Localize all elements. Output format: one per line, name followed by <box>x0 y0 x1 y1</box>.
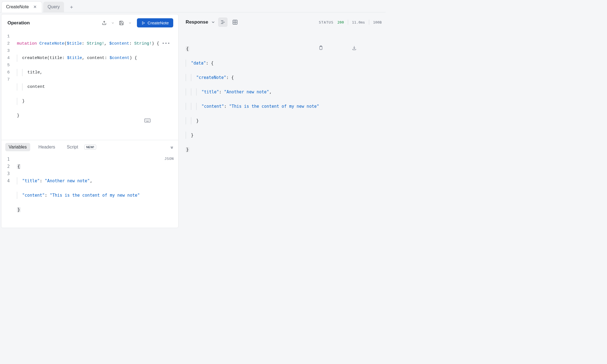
tab-label: Query <box>48 4 60 9</box>
response-body[interactable]: { "data": { "createNote": { "title": "An… <box>186 31 382 228</box>
line-gutter: 1 2 3 4 <box>1 154 13 228</box>
code-body[interactable]: mutation CreateNote($title: String!, $co… <box>13 31 178 140</box>
tab-label: CreateNote <box>6 4 29 9</box>
status-code: 200 <box>337 20 344 24</box>
download-icon[interactable] <box>352 31 382 65</box>
chevron-down-icon[interactable] <box>127 19 132 27</box>
response-title: Response <box>186 19 208 25</box>
main-split: Operation CreateNote <box>0 12 386 228</box>
svg-rect-3 <box>320 46 322 50</box>
status-label: STATUS <box>319 20 333 24</box>
operation-pane: Operation CreateNote <box>1 14 178 228</box>
operation-header: Operation CreateNote <box>1 14 178 31</box>
view-json-icon[interactable] <box>218 17 228 27</box>
tab-createnote[interactable]: CreateNote ✕ <box>1 1 42 12</box>
response-stats: STATUS 200 11.0ms 100B <box>319 20 382 25</box>
line-gutter: 1 2 3 4 5 6 7 <box>1 31 13 140</box>
chevron-down-icon[interactable] <box>110 19 115 27</box>
copy-icon[interactable] <box>318 31 348 65</box>
close-icon[interactable]: ✕ <box>33 4 37 9</box>
svg-rect-1 <box>145 119 150 122</box>
share-icon[interactable] <box>100 19 108 27</box>
collapse-icon[interactable] <box>169 145 174 150</box>
run-button[interactable]: CreateNote <box>137 18 173 27</box>
response-time: 11.0ms <box>352 20 365 24</box>
fold-ellipsis-icon[interactable]: ••• <box>159 41 170 46</box>
run-button-label: CreateNote <box>147 20 169 25</box>
variables-body[interactable]: { "title": "Another new note", "content"… <box>13 154 178 228</box>
response-actions <box>318 31 382 65</box>
tab-variables[interactable]: Variables <box>5 143 30 151</box>
tab-query[interactable]: Query <box>43 2 64 12</box>
tab-headers[interactable]: Headers <box>35 143 58 151</box>
response-pane: Response STATUS 200 11.0ms 100B <box>178 12 386 228</box>
keyboard-icon[interactable] <box>144 104 174 137</box>
chevron-down-icon[interactable] <box>211 20 215 24</box>
operation-editor[interactable]: 1 2 3 4 5 6 7 mutation CreateNote($title… <box>1 31 178 140</box>
add-tab-button[interactable]: ＋ <box>65 2 78 12</box>
view-table-icon[interactable] <box>230 17 240 27</box>
save-icon[interactable] <box>118 19 125 27</box>
app-root: CreateNote ✕ Query ＋ Operation <box>0 0 386 228</box>
response-header: Response STATUS 200 11.0ms 100B <box>186 17 382 27</box>
divider <box>348 20 348 25</box>
tab-script[interactable]: Script <box>63 143 81 151</box>
variables-editor[interactable]: JSON 1 2 3 4 { "title": "Another new not… <box>1 154 178 228</box>
operation-title: Operation <box>7 20 98 26</box>
variables-tabs: Variables Headers Script NEW! <box>1 140 178 154</box>
svg-marker-0 <box>142 22 145 24</box>
variables-panel: Variables Headers Script NEW! JSON 1 2 3… <box>1 140 178 228</box>
response-size: 100B <box>373 20 382 24</box>
tabs-bar: CreateNote ✕ Query ＋ <box>0 0 386 12</box>
new-badge: NEW! <box>84 145 96 150</box>
divider <box>369 20 369 25</box>
